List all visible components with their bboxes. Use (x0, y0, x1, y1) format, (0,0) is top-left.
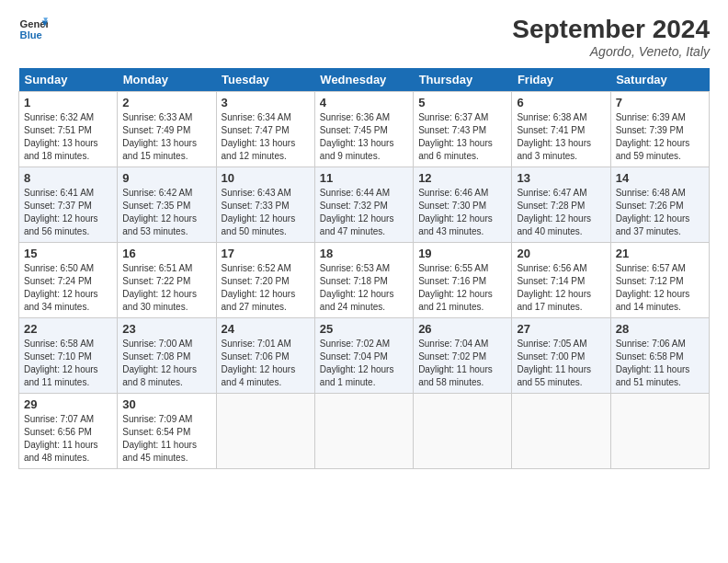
calendar-cell: 1Sunrise: 6:32 AMSunset: 7:51 PMDaylight… (19, 92, 118, 167)
calendar-cell: 14Sunrise: 6:48 AMSunset: 7:26 PMDayligh… (610, 167, 709, 243)
day-info: Sunrise: 6:56 AMSunset: 7:14 PMDaylight:… (517, 262, 605, 314)
day-number: 8 (24, 171, 112, 185)
calendar-cell: 2Sunrise: 6:33 AMSunset: 7:49 PMDaylight… (118, 92, 216, 167)
day-number: 19 (418, 247, 506, 260)
day-info: Sunrise: 6:47 AMSunset: 7:28 PMDaylight:… (517, 187, 605, 238)
calendar-cell: 7Sunrise: 6:39 AMSunset: 7:39 PMDaylight… (610, 92, 709, 167)
day-number: 3 (222, 96, 310, 109)
calendar-cell: 18Sunrise: 6:53 AMSunset: 7:18 PMDayligh… (314, 243, 413, 318)
calendar-cell: 15Sunrise: 6:50 AMSunset: 7:24 PMDayligh… (19, 243, 118, 318)
day-number: 9 (122, 171, 210, 185)
day-info: Sunrise: 6:48 AMSunset: 7:26 PMDaylight:… (616, 187, 704, 238)
calendar-cell: 13Sunrise: 6:47 AMSunset: 7:28 PMDayligh… (512, 167, 610, 243)
calendar-cell: 22Sunrise: 6:58 AMSunset: 7:10 PMDayligh… (19, 318, 118, 394)
header: General Blue September 2024 Agordo, Vene… (18, 15, 710, 59)
location-subtitle: Agordo, Veneto, Italy (512, 44, 710, 59)
calendar-cell: 23Sunrise: 7:00 AMSunset: 7:08 PMDayligh… (118, 318, 216, 394)
day-number: 23 (122, 322, 210, 336)
day-number: 26 (418, 322, 506, 336)
day-number: 12 (418, 171, 506, 185)
day-number: 2 (122, 96, 210, 109)
day-number: 1 (24, 96, 112, 109)
calendar-table: Sunday Monday Tuesday Wednesday Thursday… (18, 68, 710, 469)
col-tuesday: Tuesday (216, 68, 314, 92)
day-number: 17 (222, 247, 310, 260)
col-wednesday: Wednesday (314, 68, 413, 92)
calendar-cell: 12Sunrise: 6:46 AMSunset: 7:30 PMDayligh… (414, 167, 512, 243)
day-info: Sunrise: 6:53 AMSunset: 7:18 PMDaylight:… (320, 262, 408, 314)
day-number: 13 (517, 171, 605, 185)
calendar-week-5: 29Sunrise: 7:07 AMSunset: 6:56 PMDayligh… (19, 394, 710, 469)
col-saturday: Saturday (610, 68, 709, 92)
day-info: Sunrise: 6:50 AMSunset: 7:24 PMDaylight:… (24, 262, 112, 314)
day-number: 10 (222, 171, 310, 185)
calendar-cell: 6Sunrise: 6:38 AMSunset: 7:41 PMDaylight… (512, 92, 610, 167)
day-info: Sunrise: 6:32 AMSunset: 7:51 PMDaylight:… (24, 111, 112, 163)
calendar-cell: 16Sunrise: 6:51 AMSunset: 7:22 PMDayligh… (118, 243, 216, 318)
calendar-cell: 11Sunrise: 6:44 AMSunset: 7:32 PMDayligh… (314, 167, 413, 243)
day-info: Sunrise: 6:39 AMSunset: 7:39 PMDaylight:… (616, 111, 704, 163)
calendar-cell: 27Sunrise: 7:05 AMSunset: 7:00 PMDayligh… (512, 318, 610, 394)
day-number: 28 (616, 322, 704, 336)
calendar-cell: 3Sunrise: 6:34 AMSunset: 7:47 PMDaylight… (216, 92, 314, 167)
calendar-cell: 8Sunrise: 6:41 AMSunset: 7:37 PMDaylight… (19, 167, 118, 243)
day-info: Sunrise: 6:46 AMSunset: 7:30 PMDaylight:… (418, 187, 506, 238)
day-info: Sunrise: 7:04 AMSunset: 7:02 PMDaylight:… (418, 338, 506, 389)
calendar-cell (414, 394, 512, 469)
calendar-cell: 10Sunrise: 6:43 AMSunset: 7:33 PMDayligh… (216, 167, 314, 243)
calendar-week-1: 1Sunrise: 6:32 AMSunset: 7:51 PMDaylight… (19, 92, 710, 167)
day-info: Sunrise: 7:01 AMSunset: 7:06 PMDaylight:… (222, 338, 310, 389)
day-number: 25 (320, 322, 408, 336)
calendar-cell: 30Sunrise: 7:09 AMSunset: 6:54 PMDayligh… (118, 394, 216, 469)
day-info: Sunrise: 6:34 AMSunset: 7:47 PMDaylight:… (222, 111, 310, 163)
day-number: 18 (320, 247, 408, 260)
header-row: Sunday Monday Tuesday Wednesday Thursday… (19, 68, 710, 92)
day-info: Sunrise: 7:06 AMSunset: 6:58 PMDaylight:… (616, 338, 704, 389)
col-friday: Friday (512, 68, 610, 92)
day-number: 5 (418, 96, 506, 109)
day-info: Sunrise: 7:09 AMSunset: 6:54 PMDaylight:… (122, 413, 210, 465)
day-number: 20 (517, 247, 605, 260)
calendar-cell (610, 394, 709, 469)
day-number: 16 (122, 247, 210, 260)
calendar-cell: 9Sunrise: 6:42 AMSunset: 7:35 PMDaylight… (118, 167, 216, 243)
calendar-cell: 17Sunrise: 6:52 AMSunset: 7:20 PMDayligh… (216, 243, 314, 318)
day-number: 15 (24, 247, 112, 260)
col-thursday: Thursday (414, 68, 512, 92)
day-info: Sunrise: 6:43 AMSunset: 7:33 PMDaylight:… (222, 187, 310, 238)
day-info: Sunrise: 7:07 AMSunset: 6:56 PMDaylight:… (24, 413, 112, 465)
calendar-cell: 5Sunrise: 6:37 AMSunset: 7:43 PMDaylight… (414, 92, 512, 167)
day-info: Sunrise: 6:52 AMSunset: 7:20 PMDaylight:… (222, 262, 310, 314)
calendar-cell: 26Sunrise: 7:04 AMSunset: 7:02 PMDayligh… (414, 318, 512, 394)
logo: General Blue (18, 15, 48, 44)
day-info: Sunrise: 6:37 AMSunset: 7:43 PMDaylight:… (418, 111, 506, 163)
day-number: 30 (122, 397, 210, 411)
day-info: Sunrise: 6:42 AMSunset: 7:35 PMDaylight:… (122, 187, 210, 238)
day-info: Sunrise: 6:36 AMSunset: 7:45 PMDaylight:… (320, 111, 408, 163)
day-number: 6 (517, 96, 605, 109)
calendar-cell: 21Sunrise: 6:57 AMSunset: 7:12 PMDayligh… (610, 243, 709, 318)
calendar-cell: 19Sunrise: 6:55 AMSunset: 7:16 PMDayligh… (414, 243, 512, 318)
calendar-cell (314, 394, 413, 469)
day-info: Sunrise: 7:02 AMSunset: 7:04 PMDaylight:… (320, 338, 408, 389)
day-number: 29 (24, 397, 112, 411)
calendar-cell: 24Sunrise: 7:01 AMSunset: 7:06 PMDayligh… (216, 318, 314, 394)
calendar-cell: 28Sunrise: 7:06 AMSunset: 6:58 PMDayligh… (610, 318, 709, 394)
calendar-week-4: 22Sunrise: 6:58 AMSunset: 7:10 PMDayligh… (19, 318, 710, 394)
day-number: 21 (616, 247, 704, 260)
day-number: 7 (616, 96, 704, 109)
month-title: September 2024 (512, 15, 710, 44)
day-info: Sunrise: 6:33 AMSunset: 7:49 PMDaylight:… (122, 111, 210, 163)
calendar-week-3: 15Sunrise: 6:50 AMSunset: 7:24 PMDayligh… (19, 243, 710, 318)
day-info: Sunrise: 6:58 AMSunset: 7:10 PMDaylight:… (24, 338, 112, 389)
col-sunday: Sunday (19, 68, 118, 92)
day-info: Sunrise: 6:57 AMSunset: 7:12 PMDaylight:… (616, 262, 704, 314)
page-container: General Blue September 2024 Agordo, Vene… (0, 0, 728, 480)
day-info: Sunrise: 6:55 AMSunset: 7:16 PMDaylight:… (418, 262, 506, 314)
calendar-cell: 4Sunrise: 6:36 AMSunset: 7:45 PMDaylight… (314, 92, 413, 167)
col-monday: Monday (118, 68, 216, 92)
day-number: 24 (222, 322, 310, 336)
title-area: September 2024 Agordo, Veneto, Italy (512, 15, 710, 59)
svg-text:General: General (20, 18, 48, 29)
svg-text:Blue: Blue (20, 29, 42, 40)
